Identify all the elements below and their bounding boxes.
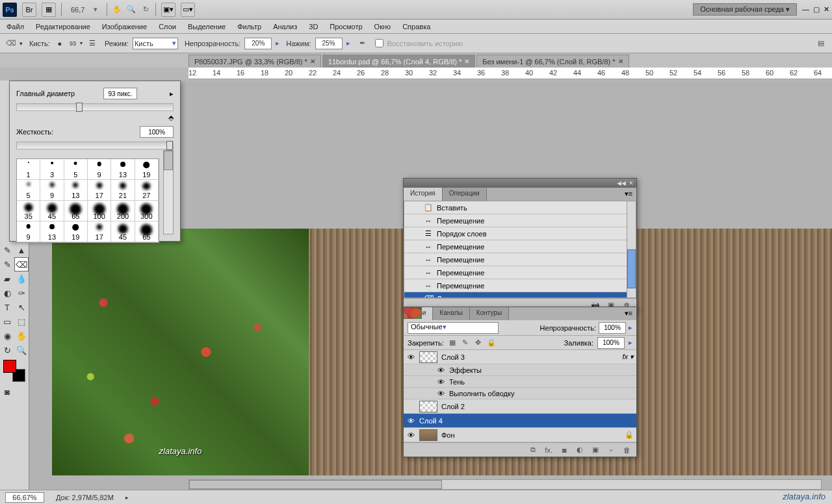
tool-presets-icon[interactable]: ▤ [816,39,826,48]
menu-filter[interactable]: Фильтр [237,23,261,31]
history-item[interactable]: ⌫Ластик [404,292,636,298]
panel-menu-icon[interactable]: ▾≡ [621,188,636,201]
brush-preset[interactable]: 19 [135,159,159,180]
horizontal-scrollbar[interactable] [188,479,822,490]
history-item[interactable]: ☰Порядок слоев [404,227,636,240]
blend-mode-combo[interactable]: Обычные▾ [408,322,499,334]
brush-preset[interactable]: 3 [40,159,64,180]
brush-preset[interactable]: 9 [88,159,111,180]
brush-preset[interactable]: 13 [111,159,135,180]
brush-preset[interactable]: 1 [17,159,40,180]
gradient-tool[interactable]: ▰ [0,271,14,286]
minibridge-button[interactable]: ▦ [42,3,56,17]
history-item[interactable]: 📋Вставить [404,201,636,214]
maximize-icon[interactable]: ▢ [813,5,820,14]
hardness-input[interactable] [140,126,174,138]
tab-paths[interactable]: Контуры [470,307,509,320]
delete-layer-icon[interactable]: 🗑 [622,446,631,455]
color-swatches[interactable] [3,360,25,382]
diameter-input[interactable] [103,88,137,99]
tab-close-icon[interactable]: ✕ [464,58,469,65]
adjustment-icon[interactable]: ◐ [575,446,584,455]
eraser-tool-icon[interactable]: ⌫ [6,39,16,48]
tab-close-icon[interactable]: ✕ [618,58,623,65]
layer-thumbnail[interactable] [419,429,437,441]
layer-thumbnail[interactable] [419,401,437,412]
brush-preset[interactable]: 13 [40,221,64,242]
hand-tool[interactable]: ✋ [14,329,29,343]
hardness-slider[interactable] [16,142,174,149]
mode-combo[interactable]: Кисть▾ [133,38,178,49]
flow-input[interactable]: 25% [315,38,343,49]
new-preset-icon[interactable]: ⬘ [168,114,174,121]
history-item[interactable]: ↔Перемещение [404,253,636,266]
panel-menu-icon[interactable]: ▾≡ [621,307,636,320]
diameter-slider[interactable] [16,103,174,111]
panel-close-icon[interactable]: ✕ [629,180,634,186]
layer-item[interactable]: 👁Слой 3fx ▾ [404,350,636,364]
dodge-tool[interactable]: ◐ [0,286,14,300]
screen-mode-button[interactable]: ▭▾ [181,3,195,17]
menu-help[interactable]: Справка [402,23,430,31]
layer-item[interactable]: Слой 2 [404,399,636,414]
history-scrollbar[interactable] [627,201,636,297]
visibility-toggle[interactable]: 👁 [406,431,415,439]
lock-paint-icon[interactable]: ✎ [461,338,470,347]
history-brush-tool[interactable]: ✎ [0,257,14,271]
layer-effect-item[interactable]: 👁Тень [404,376,636,388]
brush-preset[interactable]: 35 [17,201,40,221]
layer-effect-item[interactable]: 👁Эффекты [404,364,636,376]
panel-drag-header[interactable]: ◀◀✕ [404,179,636,188]
close-icon[interactable]: ✕ [824,5,829,14]
new-layer-icon[interactable]: ▫ [606,446,616,455]
workspace-switcher[interactable]: Основная рабочая среда ▾ [693,3,797,16]
menu-3d[interactable]: 3D [309,23,318,31]
panel-collapse-icon[interactable]: ◀◀ [617,180,626,186]
layer-opacity-input[interactable]: 100% [599,322,626,334]
airbrush-icon[interactable]: ✒ [358,39,367,48]
fill-input[interactable]: 100% [597,337,625,349]
pen-tool[interactable]: ✑ [14,286,29,300]
restore-history-checkbox[interactable] [375,39,384,47]
brush-preset[interactable]: 27 [135,180,159,201]
menu-analysis[interactable]: Анализ [273,23,297,31]
zoom-tool[interactable]: 🔍 [14,343,29,357]
brush-preset[interactable]: 65 [64,201,88,221]
brush-preset[interactable]: 21 [111,180,135,201]
quick-mask-tool[interactable]: ◙ [0,384,14,399]
brush-preset[interactable]: 19 [64,221,88,242]
brush-toggle-icon[interactable]: ☰ [89,39,96,47]
brush-preset[interactable]: 17 [88,180,111,201]
shape-tool[interactable]: ▭ [0,314,14,329]
group-icon[interactable]: ▣ [591,446,600,455]
history-item[interactable]: ↔Перемещение [404,279,636,292]
brush-preset[interactable]: 13 [64,180,88,201]
status-zoom[interactable]: 66,67% [5,492,44,503]
brush-tool[interactable]: ✎ [0,243,14,257]
rotate-icon[interactable]: ↻ [141,5,150,14]
arrange-button[interactable]: ▣▾ [161,3,176,17]
tab-history[interactable]: История [404,188,443,201]
brush-preset[interactable]: 5 [17,180,40,201]
brush-preset[interactable]: 17 [88,221,111,242]
type-tool[interactable]: T [0,300,14,314]
zoom-icon[interactable]: 🔍 [127,5,136,14]
brush-preset[interactable]: 100 [88,201,111,221]
brush-preset[interactable]: 200 [111,201,135,221]
tab-close-icon[interactable]: ✕ [310,58,315,65]
layer-thumbnail[interactable] [419,351,437,363]
lock-all-icon[interactable]: 🔒 [487,338,496,347]
blur-tool[interactable]: 💧 [14,271,29,286]
opacity-input[interactable]: 20% [244,38,272,49]
flyout-icon[interactable]: ▸ [170,90,174,98]
hand-icon[interactable]: ✋ [112,5,122,14]
tab-channels[interactable]: Каналы [433,307,470,320]
menu-view[interactable]: Просмотр [330,23,362,31]
brush-preset[interactable]: 9 [17,221,40,242]
bridge-button[interactable]: Br [22,3,36,17]
history-item[interactable]: ↔Перемещение [404,214,636,227]
menu-layer[interactable]: Слои [159,23,176,31]
brush-preset[interactable]: 45 [111,221,135,242]
lock-trans-icon[interactable]: ▦ [448,338,457,347]
document-tab[interactable]: Без имени-1 @ 66,7% (Слой 8, RGB/8) *✕ [476,55,629,68]
